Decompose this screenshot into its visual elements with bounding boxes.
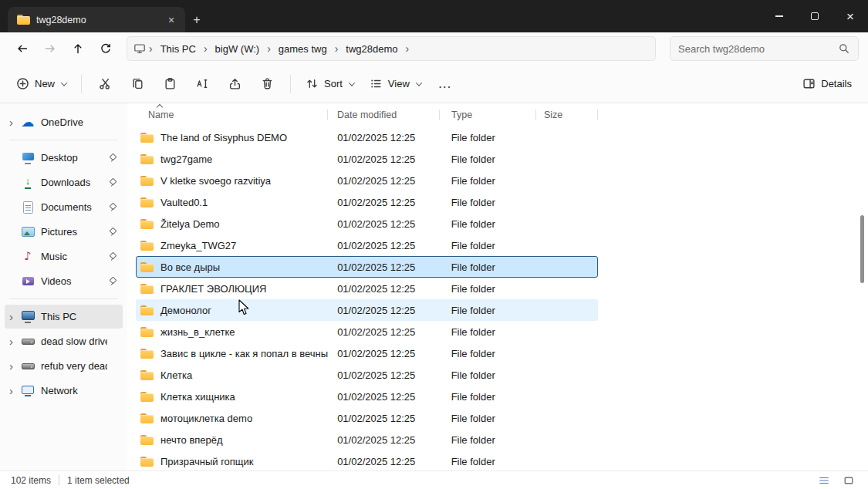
file-date-modified: 01/02/2025 12:25 [328, 456, 440, 467]
sort-button[interactable]: Sort [299, 70, 361, 98]
new-icon [16, 77, 29, 90]
more-options-button[interactable]: … [430, 70, 461, 98]
forward-button[interactable] [37, 36, 63, 61]
view-button[interactable]: View [363, 70, 428, 98]
chevron-down-icon [416, 79, 422, 86]
file-row[interactable]: The land of Sisyphus DEMO 01/02/2025 12:… [136, 126, 598, 148]
up-button[interactable] [65, 36, 91, 61]
column-header-name[interactable]: Name [136, 103, 328, 126]
cut-button[interactable] [90, 70, 120, 98]
pin-icon [107, 178, 117, 187]
sidebar-item[interactable]: Music [5, 244, 123, 268]
file-row[interactable]: Демонолог 01/02/2025 12:25 File folder [136, 299, 598, 321]
breadcrumb-chevron-icon [146, 42, 156, 55]
file-row[interactable]: Клетка 01/02/2025 12:25 File folder [136, 364, 598, 386]
sidebar-item[interactable]: Pictures [5, 220, 123, 244]
sidebar-item[interactable] [9, 298, 118, 299]
new-tab-button[interactable]: + [185, 7, 208, 32]
sidebar-item-icon [21, 152, 35, 164]
file-name-cell: Во все дыры [137, 261, 328, 273]
share-button[interactable] [219, 70, 250, 98]
expand-chevron-icon[interactable] [9, 385, 21, 396]
breadcrumb-chevron-icon[interactable] [403, 42, 413, 55]
sidebar-item[interactable]: Videos [5, 269, 123, 293]
sidebar-item-icon [21, 275, 35, 288]
expand-chevron-icon[interactable] [9, 360, 21, 372]
breadcrumb-item[interactable]: games twg [274, 41, 332, 57]
file-row[interactable]: жизнь_в_клетке 01/02/2025 12:25 File fol… [136, 321, 598, 342]
back-button[interactable] [9, 36, 35, 61]
details-view-toggle[interactable] [816, 474, 833, 487]
breadcrumb-item[interactable]: bigW (W:) [211, 41, 265, 57]
file-row[interactable]: twg27game 01/02/2025 12:25 File folder [136, 148, 598, 170]
file-row[interactable]: Клетка хищника 01/02/2025 12:25 File fol… [136, 386, 598, 407]
sidebar-item[interactable]: Network [5, 379, 123, 403]
copy-button[interactable] [122, 70, 153, 98]
breadcrumb-chevron-icon[interactable] [332, 42, 342, 55]
file-row[interactable]: Во все дыры 01/02/2025 12:25 File folder [136, 256, 598, 278]
file-row[interactable]: нечто вперёд 01/02/2025 12:25 File folde… [136, 429, 598, 450]
file-type: File folder [440, 261, 536, 273]
expand-chevron-icon[interactable] [9, 116, 21, 128]
file-row[interactable]: Zmeyka_TWG27 01/02/2025 12:25 File folde… [136, 234, 598, 256]
expand-chevron-icon[interactable] [9, 336, 21, 347]
folder-icon [140, 349, 154, 359]
file-name-cell: нечто вперёд [137, 434, 328, 446]
address-bar[interactable]: This PC bigW (W:) games twg twg28demo [127, 36, 656, 61]
file-date-modified: 01/02/2025 12:25 [328, 348, 440, 359]
column-header-date-modified[interactable]: Date modified [328, 103, 440, 126]
file-row[interactable]: Vaulted0.1 01/02/2025 12:25 File folder [136, 191, 598, 213]
sidebar-item[interactable]: refub very dead [5, 354, 123, 378]
file-name-cell: twg27game [137, 153, 328, 165]
sidebar-item[interactable]: Desktop [5, 146, 123, 170]
vertical-scrollbar-thumb[interactable] [860, 215, 864, 283]
sidebar-item[interactable]: Documents [5, 195, 123, 219]
refresh-button[interactable] [93, 36, 119, 61]
delete-button[interactable] [252, 70, 282, 98]
view-label: View [388, 78, 410, 89]
explorer-tab[interactable]: twg28demo × [8, 7, 185, 32]
maximize-button[interactable] [797, 0, 833, 32]
column-header-size[interactable]: Size [536, 103, 598, 126]
breadcrumb-item[interactable]: This PC [156, 41, 201, 57]
sidebar-item-label: Downloads [41, 177, 107, 188]
item-count: 102 items [11, 475, 51, 486]
file-row[interactable]: V kletke svoego razvitiya 01/02/2025 12:… [136, 170, 598, 191]
file-type: File folder [440, 456, 536, 467]
sidebar-item[interactable]: This PC [5, 305, 123, 329]
details-pane-button[interactable]: Details [795, 70, 859, 98]
copy-icon [131, 77, 144, 90]
paste-button[interactable] [154, 70, 185, 98]
sidebar-item[interactable]: dead slow drive [5, 329, 123, 353]
search-icon[interactable] [838, 42, 850, 55]
close-button[interactable]: × [833, 0, 868, 32]
new-button[interactable]: New [9, 70, 73, 98]
file-row[interactable]: Призрачный гопщик 01/02/2025 12:25 File … [136, 450, 598, 470]
sidebar-item[interactable]: Downloads [5, 170, 123, 194]
sidebar-item[interactable]: OneDrive [5, 110, 123, 134]
tab-close-icon[interactable]: × [164, 12, 179, 28]
expand-chevron-icon[interactable] [9, 311, 21, 322]
large-icons-view-toggle[interactable] [840, 474, 857, 487]
breadcrumb-item[interactable]: twg28demo [341, 41, 402, 57]
toolbar-divider [81, 75, 82, 93]
minimize-button[interactable] [762, 0, 797, 32]
file-row[interactable]: ГРАКЛЕТ ЭВОЛЮЦИЯ 01/02/2025 12:25 File f… [136, 278, 598, 299]
rename-button[interactable] [187, 70, 218, 98]
sidebar-item[interactable] [9, 140, 118, 140]
file-name-cell: ГРАКЛЕТ ЭВОЛЮЦИЯ [137, 283, 328, 295]
file-list-pane: Name Date modified Type Size The l [127, 103, 868, 470]
folder-icon [140, 154, 154, 164]
pin-icon [107, 277, 117, 286]
breadcrumb-chevron-icon[interactable] [264, 42, 274, 55]
column-header-type[interactable]: Type [440, 103, 536, 126]
breadcrumb-chevron-icon[interactable] [201, 42, 211, 55]
file-row[interactable]: Завис в цикле - как я попал в вечный к..… [136, 342, 598, 364]
search-input[interactable] [678, 43, 838, 55]
file-row[interactable]: Žitelya Demo 01/02/2025 12:25 File folde… [136, 213, 598, 234]
share-icon [228, 77, 241, 90]
column-header-label: Date modified [337, 110, 397, 120]
file-row[interactable]: мотоциклетка demo 01/02/2025 12:25 File … [136, 407, 598, 429]
folder-icon [140, 262, 154, 272]
content-area: OneDrive Desktop Downloads [0, 103, 868, 470]
